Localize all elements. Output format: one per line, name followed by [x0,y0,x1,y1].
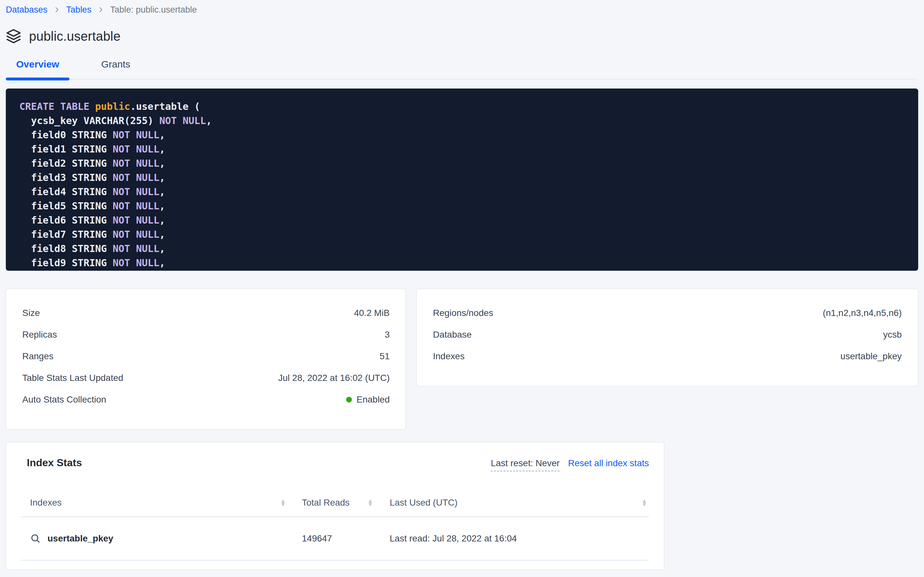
chevron-right-icon [97,6,104,13]
stat-row-stats-updated: Table Stats Last Updated Jul 28, 2022 at… [22,367,390,388]
tab-grants[interactable]: Grants [91,59,140,79]
stat-label: Auto Stats Collection [22,395,106,405]
stat-label: Size [22,308,40,318]
column-header-total-reads[interactable]: Total Reads ▲▼ [286,498,373,508]
table-stats-card: Size 40.2 MiB Replicas 3 Ranges 51 Table… [6,289,405,429]
total-reads-cell: 149647 [286,533,373,544]
stat-value: 3 [384,330,390,340]
status-text: Enabled [357,395,390,405]
sort-icon[interactable]: ▲▼ [367,499,373,506]
breadcrumb-current: Table: public.usertable [110,5,197,15]
sort-icon[interactable]: ▲▼ [641,499,647,506]
index-stats-actions: Last reset: Never Reset all index stats [491,458,649,471]
stat-label: Table Stats Last Updated [22,373,123,383]
stat-value: Enabled [346,395,390,405]
column-header-indexes[interactable]: Indexes ▲▼ [21,498,286,508]
stat-label: Indexes [433,351,464,361]
reset-all-index-stats-link[interactable]: Reset all index stats [568,458,649,469]
column-label: Indexes [30,498,62,508]
last-used-value: Last read: Jul 28, 2022 at 16:04 [390,533,517,544]
breadcrumb-tables[interactable]: Tables [66,5,92,15]
breadcrumb-databases[interactable]: Databases [6,5,47,15]
enabled-status-dot-icon [346,397,352,403]
index-name-cell: usertable_pkey [21,533,286,544]
stat-value: Jul 28, 2022 at 16:02 (UTC) [278,373,390,383]
stat-value: ycsb [883,330,902,340]
stat-row-replicas: Replicas 3 [22,324,390,345]
stat-row-regions: Regions/nodes (n1,n2,n3,n4,n5,n6) [433,302,902,324]
table-row: usertable_pkey 149647 Last read: Jul 28,… [21,517,649,561]
stat-value: usertable_pkey [840,351,902,361]
stat-value: (n1,n2,n3,n4,n5,n6) [823,308,902,318]
column-label: Last Used (UTC) [390,498,458,508]
stat-row-auto-stats: Auto Stats Collection Enabled [22,388,390,410]
tab-bar: Overview Grants [6,59,918,79]
sql-code: CREATE TABLE public.usertable ( ycsb_key… [19,100,905,270]
stat-label: Ranges [22,351,54,361]
index-stats-card: Index Stats Last reset: Never Reset all … [6,442,664,570]
page-title: public.usertable [29,29,121,44]
index-link-usertable-pkey[interactable]: usertable_pkey [30,533,113,544]
index-stats-header: Index Stats Last reset: Never Reset all … [21,457,649,471]
create-table-sql-block: CREATE TABLE public.usertable ( ycsb_key… [6,89,918,271]
stats-cards-row: Size 40.2 MiB Replicas 3 Ranges 51 Table… [6,289,918,429]
search-icon [30,533,41,544]
tab-overview[interactable]: Overview [6,59,69,79]
total-reads-value: 149647 [302,533,332,544]
stat-value: 40.2 MiB [354,308,390,318]
stat-label: Database [433,330,472,340]
table-details-page: Databases Tables Table: public.usertable… [0,0,924,570]
last-used-cell: Last read: Jul 28, 2022 at 16:04 [373,533,649,544]
breadcrumb: Databases Tables Table: public.usertable [6,0,918,16]
stat-label: Replicas [22,330,57,340]
stat-row-database: Database ycsb [433,324,902,345]
column-label: Total Reads [302,498,350,508]
index-stats-title: Index Stats [21,457,82,469]
sort-icon[interactable]: ▲▼ [280,499,286,506]
chevron-right-icon [53,6,60,13]
stat-label: Regions/nodes [433,308,493,318]
index-stats-table-header: Indexes ▲▼ Total Reads ▲▼ Last Used (UTC… [21,489,649,517]
page-title-row: public.usertable [6,28,918,44]
table-location-card: Regions/nodes (n1,n2,n3,n4,n5,n6) Databa… [416,289,918,386]
stat-row-indexes: Indexes usertable_pkey [433,345,902,367]
stat-row-ranges: Ranges 51 [22,345,390,367]
index-name: usertable_pkey [47,533,113,544]
stat-row-size: Size 40.2 MiB [22,302,390,324]
index-stats-table: Indexes ▲▼ Total Reads ▲▼ Last Used (UTC… [21,489,649,561]
layers-stack-icon [6,28,21,44]
column-header-last-used[interactable]: Last Used (UTC) ▲▼ [373,498,649,508]
last-reset-label[interactable]: Last reset: Never [491,458,559,471]
stat-value: 51 [380,351,390,361]
